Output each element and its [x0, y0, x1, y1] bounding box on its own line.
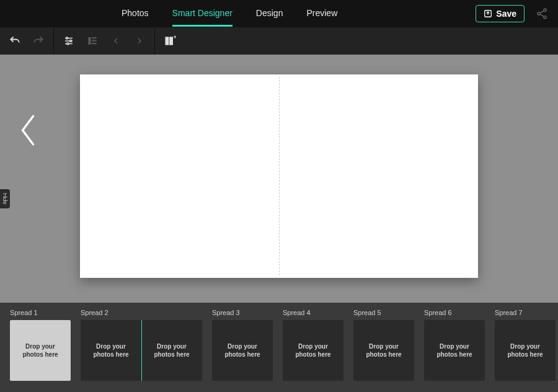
big-chevron-left-icon: [17, 112, 38, 149]
toolbar-prev-button[interactable]: [108, 33, 123, 48]
adjust-button[interactable]: [61, 33, 76, 48]
save-label: Save: [496, 9, 516, 19]
svg-point-3: [544, 16, 546, 19]
layout-list-button[interactable]: [85, 33, 100, 48]
spread-thumb-6[interactable]: Spread 6 Drop your photos here: [424, 309, 485, 392]
spread-thumb-label: Spread 6: [424, 309, 485, 316]
spread-thumb-2[interactable]: Spread 2 Drop your photos here Drop your…: [81, 309, 202, 392]
tab-design[interactable]: Design: [256, 1, 283, 27]
tab-preview[interactable]: Preview: [306, 1, 337, 27]
top-tab-bar: Photos Smart Designer Design Preview Sav…: [0, 0, 558, 27]
spread-thumb-label: Spread 7: [495, 309, 556, 316]
thumb[interactable]: Drop your photos here: [283, 320, 343, 381]
edit-toolbar: +: [0, 27, 558, 55]
svg-rect-11: [166, 37, 169, 45]
undo-button[interactable]: [7, 33, 22, 48]
thumb[interactable]: Drop your photos here: [424, 320, 485, 381]
spread-thumb-5[interactable]: Spread 5 Drop your photos here: [353, 309, 414, 392]
spread-thumb-label: Spread 3: [212, 309, 273, 316]
spread-thumb-label: Spread 5: [353, 309, 414, 316]
layout-list-icon: [87, 35, 98, 47]
svg-rect-7: [88, 37, 91, 45]
thumb[interactable]: Drop your photos here: [212, 320, 273, 381]
svg-rect-10: [92, 43, 97, 44]
undo-icon: [9, 35, 21, 47]
current-spread[interactable]: [80, 74, 478, 278]
svg-rect-12: [169, 37, 173, 45]
spread-thumb-label: Spread 1: [10, 309, 71, 316]
svg-rect-8: [92, 37, 97, 38]
thumb[interactable]: Drop your photos here: [495, 320, 556, 381]
spread-thumb-3[interactable]: Spread 3 Drop your photos here: [212, 309, 273, 392]
page-fold-divider: [279, 77, 280, 275]
svg-point-1: [544, 9, 546, 11]
thumb-fold-divider: [141, 320, 142, 381]
spread-thumb-label: Spread 4: [283, 309, 343, 316]
toolbar-next-button[interactable]: [132, 33, 147, 48]
tab-photos[interactable]: Photos: [122, 1, 149, 27]
share-icon[interactable]: [536, 7, 548, 20]
spread-thumb-label: Spread 2: [81, 309, 202, 316]
spread-thumb-1[interactable]: Spread 1 Drop your photos here: [10, 309, 71, 392]
redo-icon: [32, 35, 45, 47]
spread-strip: Spread 1 Drop your photos here Spread 2 …: [0, 303, 558, 392]
svg-point-2: [538, 12, 540, 15]
thumb-double[interactable]: Drop your photos here Drop your photos h…: [81, 320, 202, 381]
redo-button[interactable]: [31, 33, 46, 48]
save-icon: [484, 9, 492, 18]
hide-sidebar-tab[interactable]: Hide: [0, 189, 10, 208]
thumb-cover[interactable]: Drop your photos here: [10, 320, 71, 381]
canvas-area: [0, 55, 558, 303]
canvas-prev-arrow[interactable]: [17, 112, 38, 149]
tab-smart-designer[interactable]: Smart Designer: [172, 1, 232, 27]
svg-text:+: +: [174, 35, 176, 40]
sliders-icon: [63, 35, 74, 47]
svg-rect-9: [92, 40, 97, 42]
svg-point-4: [66, 37, 68, 39]
chevron-left-icon: [111, 36, 121, 46]
add-page-button[interactable]: +: [162, 33, 177, 48]
spread-thumb-7[interactable]: Spread 7 Drop your photos here: [495, 309, 556, 392]
add-page-icon: +: [164, 35, 176, 47]
spread-thumb-4[interactable]: Spread 4 Drop your photos here: [283, 309, 343, 392]
svg-point-5: [70, 40, 72, 42]
chevron-right-icon: [135, 36, 144, 46]
save-button[interactable]: Save: [476, 5, 525, 22]
svg-point-6: [67, 43, 69, 45]
thumb[interactable]: Drop your photos here: [353, 320, 414, 381]
